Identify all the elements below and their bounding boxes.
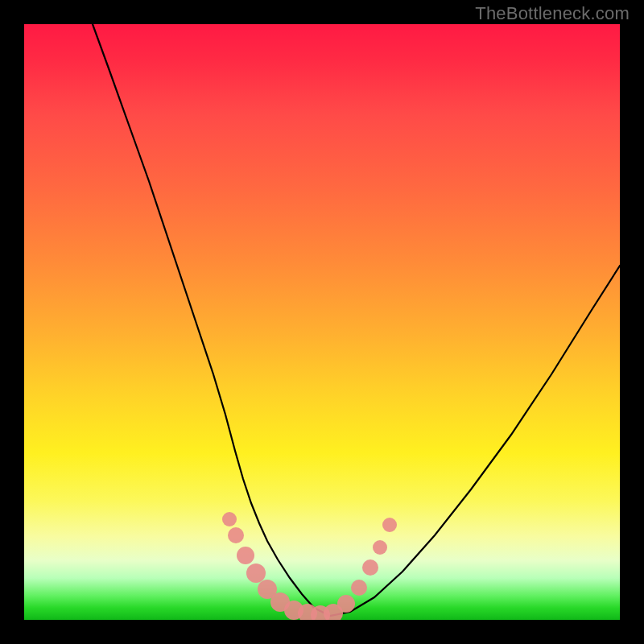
bottleneck-curve bbox=[93, 24, 620, 616]
right-bead-4 bbox=[373, 540, 387, 555]
left-bead-4 bbox=[246, 564, 266, 583]
curve-group bbox=[93, 24, 620, 616]
chart-svg bbox=[24, 24, 620, 620]
watermark-text: TheBottleneck.com bbox=[475, 3, 630, 24]
right-bead-2 bbox=[351, 580, 367, 596]
left-bead-3 bbox=[237, 547, 254, 564]
chart-frame: TheBottleneck.com bbox=[0, 0, 644, 644]
right-bead-1 bbox=[337, 595, 355, 613]
right-bead-3 bbox=[362, 559, 378, 576]
left-bead-1 bbox=[222, 512, 237, 526]
right-bead-5 bbox=[382, 518, 397, 532]
left-bead-2 bbox=[228, 527, 244, 543]
